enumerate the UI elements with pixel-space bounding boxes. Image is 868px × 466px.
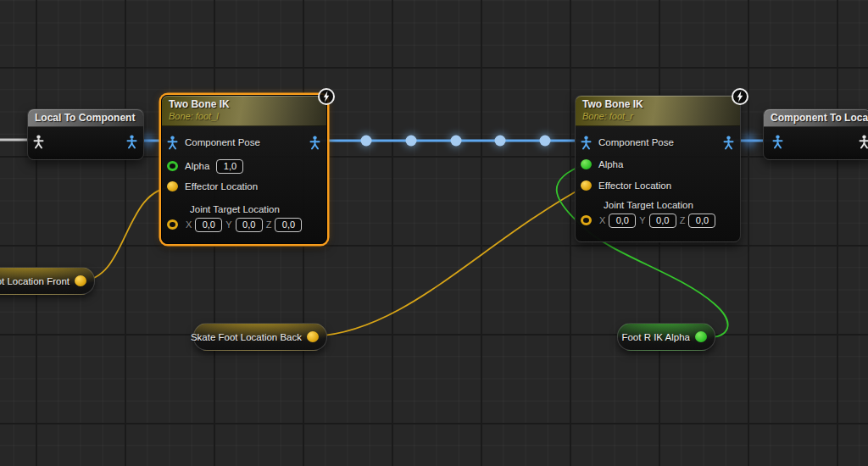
wire-vector-front-to-effector bbox=[81, 187, 173, 280]
joint-target-z-input[interactable]: 0,0 bbox=[688, 214, 715, 228]
axis-y-label: Y bbox=[225, 219, 231, 230]
node-title: Two Bone IK bbox=[169, 98, 320, 111]
node-header: Two Bone IK Bone: foot_l bbox=[162, 96, 326, 126]
node-var-skate-foot-location-back[interactable]: Skate Foot Location Back bbox=[193, 323, 327, 351]
node-var-skate-foot-location-front[interactable]: oot Location Front bbox=[0, 267, 95, 295]
component-pose-output-pin-person-icon[interactable] bbox=[126, 135, 137, 149]
component-pose-input-pin-person-icon[interactable] bbox=[581, 136, 592, 150]
fast-path-lightning-icon bbox=[730, 86, 750, 110]
variable-label: Skate Foot Location Back bbox=[191, 332, 302, 342]
pin-label-joint-target-location: Joint Target Location bbox=[190, 204, 280, 214]
node-header: Local To Component bbox=[28, 109, 143, 127]
joint-target-location-pin[interactable] bbox=[581, 215, 592, 225]
pin-label-component-pose: Component Pose bbox=[598, 137, 674, 147]
joint-target-x-input[interactable]: 0,0 bbox=[195, 218, 222, 232]
joint-target-z-input[interactable]: 0,0 bbox=[275, 218, 302, 232]
local-pose-input-pin-person-icon[interactable] bbox=[33, 135, 44, 149]
joint-target-y-input[interactable]: 0,0 bbox=[649, 214, 676, 228]
node-title: Component To Local bbox=[771, 112, 864, 125]
vector-output-pin[interactable] bbox=[75, 275, 86, 286]
alpha-pin[interactable] bbox=[167, 161, 178, 171]
node-title: Local To Component bbox=[35, 112, 136, 125]
effector-location-pin[interactable] bbox=[167, 181, 178, 191]
joint-target-x-input[interactable]: 0,0 bbox=[609, 214, 636, 228]
wire-vector-back-to-effector bbox=[314, 186, 587, 336]
node-subtitle: Bone: foot_l bbox=[169, 111, 320, 122]
node-var-foot-r-ik-alpha[interactable]: Foot R IK Alpha bbox=[617, 323, 715, 351]
node-title: Two Bone IK bbox=[582, 98, 733, 111]
axis-x-label: X bbox=[186, 219, 192, 230]
pin-label-effector-location: Effector Location bbox=[598, 180, 671, 191]
pin-label-alpha: Alpha bbox=[598, 159, 623, 169]
node-header: Two Bone IK Bone: foot_r bbox=[576, 96, 740, 126]
float-output-pin[interactable] bbox=[695, 331, 707, 342]
axis-y-label: Y bbox=[639, 215, 645, 225]
fast-path-lightning-icon bbox=[316, 86, 337, 110]
node-local-to-component[interactable]: Local To Component bbox=[27, 108, 144, 160]
variable-label: oot Location Front bbox=[0, 276, 70, 286]
alpha-value-input[interactable]: 1,0 bbox=[216, 159, 243, 174]
node-subtitle: Bone: foot_r bbox=[582, 111, 733, 122]
variable-label: Foot R IK Alpha bbox=[621, 332, 690, 342]
component-pose-input-pin-person-icon[interactable] bbox=[167, 136, 178, 150]
component-pose-input-pin-person-icon[interactable] bbox=[772, 135, 783, 149]
node-two-bone-ik-left[interactable]: Two Bone IK Bone: foot_l Component Pose bbox=[161, 95, 327, 244]
pose-output-pin-person-icon[interactable] bbox=[309, 136, 320, 150]
joint-target-location-pin[interactable] bbox=[167, 219, 178, 230]
node-two-bone-ik-right[interactable]: Two Bone IK Bone: foot_r Component Pose bbox=[575, 95, 741, 242]
node-header: Component To Local bbox=[764, 109, 868, 127]
axis-z-label: Z bbox=[266, 219, 272, 230]
alpha-pin[interactable] bbox=[581, 159, 592, 169]
axis-z-label: Z bbox=[680, 215, 686, 225]
blueprint-graph-canvas[interactable]: Local To Component bbox=[0, 0, 868, 466]
pin-label-alpha: Alpha bbox=[185, 161, 209, 171]
vector-output-pin[interactable] bbox=[307, 331, 319, 342]
node-component-to-local[interactable]: Component To Local bbox=[763, 108, 868, 160]
pose-output-pin-person-icon[interactable] bbox=[723, 136, 734, 150]
axis-x-label: X bbox=[599, 215, 605, 225]
pin-label-joint-target-location: Joint Target Location bbox=[604, 200, 693, 210]
pin-label-effector-location: Effector Location bbox=[185, 181, 258, 191]
pin-label-component-pose: Component Pose bbox=[185, 137, 260, 147]
pose-connection-glow bbox=[743, 134, 756, 147]
joint-target-y-input[interactable]: 0,0 bbox=[236, 218, 263, 232]
local-pose-output-pin-person-icon[interactable] bbox=[859, 135, 868, 149]
effector-location-pin[interactable] bbox=[581, 180, 592, 191]
